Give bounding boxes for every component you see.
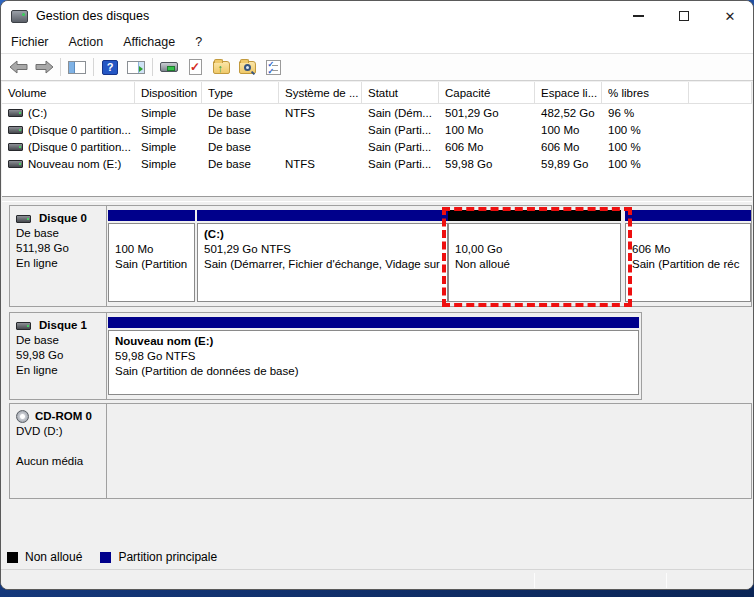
partition-size: 100 Mo [115, 242, 188, 257]
toolbar-separator [93, 58, 94, 76]
pane-splitter[interactable] [2, 196, 752, 202]
volume-espace: 59,89 Go [535, 155, 602, 172]
volume-libres: 100 % [602, 121, 689, 138]
disk0-partition-c[interactable]: (C:) 501,29 Go NTFS Sain (Démarrer, Fich… [197, 210, 448, 302]
forward-button[interactable] [31, 55, 57, 79]
title-bar: Gestion des disques ✕ [1, 1, 753, 31]
volume-type: De base [202, 121, 279, 138]
disk-management-window: Gestion des disques ✕ Fichier Action Aff… [0, 0, 754, 590]
action-pane-button[interactable] [123, 55, 149, 79]
minimize-button[interactable] [615, 1, 661, 31]
disk1-type: De base [16, 333, 102, 348]
cdrom-row: CD-ROM 0 DVD (D:) Aucun média [9, 403, 753, 499]
close-icon: ✕ [725, 9, 736, 24]
statusbar-separator [534, 573, 535, 588]
primary-partition-bar [197, 210, 448, 221]
console-tree-button[interactable] [64, 55, 90, 79]
volume-disposition: Simple [135, 121, 202, 138]
volume-statut: Sain (Parti... [362, 121, 439, 138]
back-button[interactable] [5, 55, 31, 79]
volume-fs [279, 121, 362, 138]
check-volume-button[interactable]: ✓ [182, 55, 208, 79]
partition-status: Sain (Partition [115, 257, 188, 272]
maximize-icon [679, 11, 689, 21]
legend-label: Non alloué [25, 550, 82, 564]
tasks-button[interactable]: ✓✓ [260, 55, 286, 79]
volume-drive-icon [8, 143, 23, 151]
disk1-partition-e[interactable]: Nouveau nom (E:) 59,98 Go NTFS Sain (Par… [108, 317, 639, 395]
help-icon: ? [102, 60, 118, 75]
column-type[interactable]: Type [202, 82, 279, 103]
checklist-icon: ✓✓ [266, 60, 281, 75]
volume-disposition: Simple [135, 138, 202, 155]
partition-name [455, 227, 614, 242]
volume-disposition: Simple [135, 104, 202, 121]
unallocated-bar [448, 210, 621, 221]
disk0-status: En ligne [16, 256, 102, 271]
volume-name: (Disque 0 partition... [28, 141, 131, 153]
cdrom-name: CD-ROM 0 [35, 409, 92, 424]
volume-row-e[interactable]: Nouveau nom (E:) Simple De base NTFS Sai… [2, 155, 752, 172]
forward-icon [35, 60, 54, 74]
disk1-graphic: Nouveau nom (E:) 59,98 Go NTFS Sain (Par… [107, 312, 642, 400]
column-capacite[interactable]: Capacité [439, 82, 535, 103]
cdrom-media-status: Aucun média [16, 454, 102, 469]
menu-affichage[interactable]: Affichage [113, 33, 185, 51]
column-systeme[interactable]: Système de ... [279, 82, 362, 103]
volume-espace: 482,52 Go [535, 104, 602, 121]
help-button[interactable]: ? [97, 55, 123, 79]
disk0-partition-unallocated[interactable]: 10,00 Go Non alloué [448, 210, 621, 302]
volume-type: De base [202, 104, 279, 121]
partition-size: 59,98 Go NTFS [115, 349, 632, 364]
folder-search-icon [239, 61, 256, 74]
menu-aide[interactable]: ? [185, 33, 212, 51]
menu-action[interactable]: Action [59, 33, 114, 51]
disk0-row: Disque 0 De base 511,98 Go En ligne 100 … [9, 205, 753, 307]
disk0-partition-system[interactable]: 100 Mo Sain (Partition [108, 210, 195, 302]
status-bar [1, 569, 753, 590]
window-controls: ✕ [615, 1, 753, 31]
device-properties-button[interactable] [156, 55, 182, 79]
back-icon [9, 60, 28, 74]
partition-status: Non alloué [455, 257, 614, 272]
close-button[interactable]: ✕ [707, 1, 753, 31]
volume-name: (Disque 0 partition... [28, 124, 131, 136]
disk-icon [16, 215, 31, 223]
window-title: Gestion des disques [36, 9, 149, 23]
disk0-label-panel[interactable]: Disque 0 De base 511,98 Go En ligne [9, 205, 107, 307]
console-tree-icon [68, 61, 86, 74]
volume-row-c[interactable]: (C:) Simple De base NTFS Sain (Dém... 50… [2, 104, 752, 121]
legend: Non alloué Partition principale [7, 550, 217, 564]
disk0-name: Disque 0 [39, 211, 87, 226]
maximize-button[interactable] [661, 1, 707, 31]
disk0-size: 511,98 Go [16, 241, 102, 256]
column-espace[interactable]: Espace li... [535, 82, 602, 103]
column-libres[interactable]: % libres [602, 82, 689, 103]
disk1-label-panel[interactable]: Disque 1 De base 59,98 Go En ligne [9, 312, 107, 400]
explore-folder-button[interactable] [234, 55, 260, 79]
partition-size: 501,29 Go NTFS [204, 242, 441, 257]
legend-item-primary: Partition principale [100, 550, 217, 564]
column-disposition[interactable]: Disposition [135, 82, 202, 103]
volume-fs: NTFS [279, 104, 362, 121]
unallocated-swatch [7, 552, 18, 563]
partition-status: Sain (Démarrer, Fichier d'échange, Vidag… [204, 257, 441, 272]
disk1-size: 59,98 Go [16, 348, 102, 363]
partition-size: 10,00 Go [455, 242, 614, 257]
disk1-name: Disque 1 [39, 318, 87, 333]
volume-capacite: 606 Mo [439, 138, 535, 155]
open-folder-button[interactable]: ↑ [208, 55, 234, 79]
volume-type: De base [202, 138, 279, 155]
volume-list-pane: Volume Disposition Type Système de ... S… [2, 82, 752, 196]
volume-drive-icon [8, 109, 23, 117]
column-statut[interactable]: Statut [362, 82, 439, 103]
volume-row-disk0-part1[interactable]: (Disque 0 partition... Simple De base Sa… [2, 121, 752, 138]
volume-name: (C:) [28, 107, 47, 119]
menu-fichier[interactable]: Fichier [1, 33, 59, 51]
disk-icon [16, 322, 31, 330]
column-volume[interactable]: Volume [2, 82, 135, 103]
volume-row-disk0-part2[interactable]: (Disque 0 partition... Simple De base Sa… [2, 138, 752, 155]
volume-capacite: 501,29 Go [439, 104, 535, 121]
cdrom-label-panel[interactable]: CD-ROM 0 DVD (D:) Aucun média [9, 403, 107, 499]
disk0-partition-recovery[interactable]: 606 Mo Sain (Partition de réc [625, 210, 751, 302]
